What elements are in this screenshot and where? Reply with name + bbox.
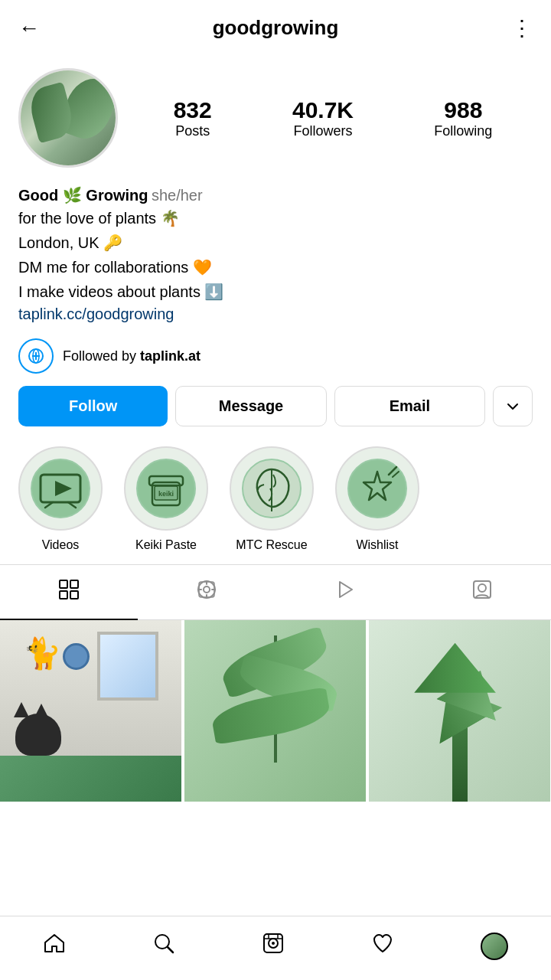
- highlight-keiki[interactable]: keiki Keiki Paste: [124, 446, 208, 552]
- header-username: goodgrowing: [49, 16, 502, 40]
- highlight-keiki-label: Keiki Paste: [135, 538, 197, 552]
- followers-count: 40.7K: [292, 97, 354, 123]
- tagged-icon: [471, 579, 493, 606]
- svg-rect-22: [60, 591, 67, 599]
- grid-icon: [58, 579, 80, 606]
- grid-item-3[interactable]: [369, 620, 550, 802]
- tab-grid[interactable]: [0, 565, 138, 619]
- highlight-mtc[interactable]: MTC Rescue: [230, 446, 314, 552]
- avatar[interactable]: [18, 68, 118, 168]
- svg-point-33: [478, 584, 486, 592]
- posts-label: Posts: [175, 123, 210, 139]
- content-tabs: [0, 564, 551, 620]
- more-options-button[interactable]: [493, 386, 533, 426]
- highlight-mtc-label: MTC Rescue: [236, 538, 307, 552]
- stat-followers[interactable]: 40.7K Followers: [292, 97, 354, 139]
- pronouns: she/her: [152, 187, 203, 204]
- nav-search[interactable]: [148, 927, 180, 965]
- svg-rect-20: [60, 580, 67, 588]
- reels-icon: [196, 579, 217, 606]
- reels-nav-icon: [262, 932, 285, 960]
- nav-reels[interactable]: [257, 927, 289, 965]
- followed-by-section: Followed by taplink.at: [0, 329, 551, 383]
- heart-icon: [371, 932, 394, 960]
- bottom-navigation: [0, 916, 551, 980]
- highlight-videos-label: Videos: [42, 538, 80, 552]
- bio-line-2: London, UK 🔑: [18, 232, 533, 253]
- display-name: Good 🌿 Growing: [18, 187, 148, 204]
- highlights-section: Videos keiki Keiki Paste: [0, 439, 551, 564]
- nav-home[interactable]: [38, 927, 70, 965]
- svg-marker-31: [340, 582, 352, 597]
- bio-line-1: for the love of plants 🌴: [18, 207, 533, 229]
- back-button[interactable]: ←: [18, 16, 49, 41]
- followed-by-icon: [18, 338, 54, 374]
- more-button[interactable]: ⋮: [502, 15, 533, 41]
- following-count: 988: [434, 97, 492, 123]
- svg-line-35: [168, 947, 173, 952]
- nav-profile[interactable]: [476, 928, 513, 965]
- action-buttons: Follow Message Email: [0, 383, 551, 439]
- highlight-videos[interactable]: Videos: [18, 446, 103, 552]
- posts-count: 832: [174, 97, 212, 123]
- stats-container: 832 Posts 40.7K Followers 988 Following: [133, 97, 533, 139]
- highlight-wishlist-label: Wishlist: [356, 538, 398, 552]
- svg-point-25: [204, 586, 210, 593]
- bio-line-3: DM me for collaborations 🧡: [18, 256, 533, 278]
- profile-avatar-nav: [481, 933, 508, 960]
- profile-section: 832 Posts 40.7K Followers 988 Following: [0, 56, 551, 177]
- grid-item-2[interactable]: [184, 620, 366, 802]
- svg-text:keiki: keiki: [158, 490, 174, 498]
- play-icon: [334, 579, 355, 606]
- stat-posts[interactable]: 832 Posts: [174, 97, 212, 139]
- bio-section: Good 🌿 Growing she/her for the love of p…: [0, 177, 551, 329]
- tab-reels[interactable]: [138, 565, 276, 619]
- svg-rect-21: [70, 580, 78, 588]
- tab-videos[interactable]: [276, 565, 413, 619]
- search-icon: [152, 932, 175, 960]
- bio-link[interactable]: taplink.cc/goodgrowing: [18, 305, 533, 323]
- header: ← goodgrowing ⋮: [0, 0, 551, 56]
- svg-point-38: [272, 942, 275, 945]
- followed-by-user[interactable]: taplink.at: [140, 348, 201, 364]
- bio-name-line: Good 🌿 Growing she/her: [18, 186, 533, 204]
- highlight-wishlist[interactable]: Wishlist: [335, 446, 419, 552]
- home-icon: [43, 932, 66, 960]
- bio-line-4: I make videos about plants ⬇️: [18, 281, 533, 302]
- follow-button[interactable]: Follow: [18, 386, 168, 426]
- svg-rect-23: [70, 591, 78, 599]
- message-button[interactable]: Message: [175, 386, 326, 426]
- grid-item-1[interactable]: [0, 620, 181, 802]
- following-label: Following: [434, 123, 492, 139]
- nav-activity[interactable]: [367, 927, 399, 965]
- photo-grid: [0, 620, 551, 802]
- tab-tagged[interactable]: [413, 565, 551, 619]
- email-button[interactable]: Email: [334, 386, 485, 426]
- stat-following[interactable]: 988 Following: [434, 97, 492, 139]
- followers-label: Followers: [293, 123, 352, 139]
- svg-point-16: [348, 459, 406, 518]
- followed-by-text: Followed by taplink.at: [63, 348, 201, 364]
